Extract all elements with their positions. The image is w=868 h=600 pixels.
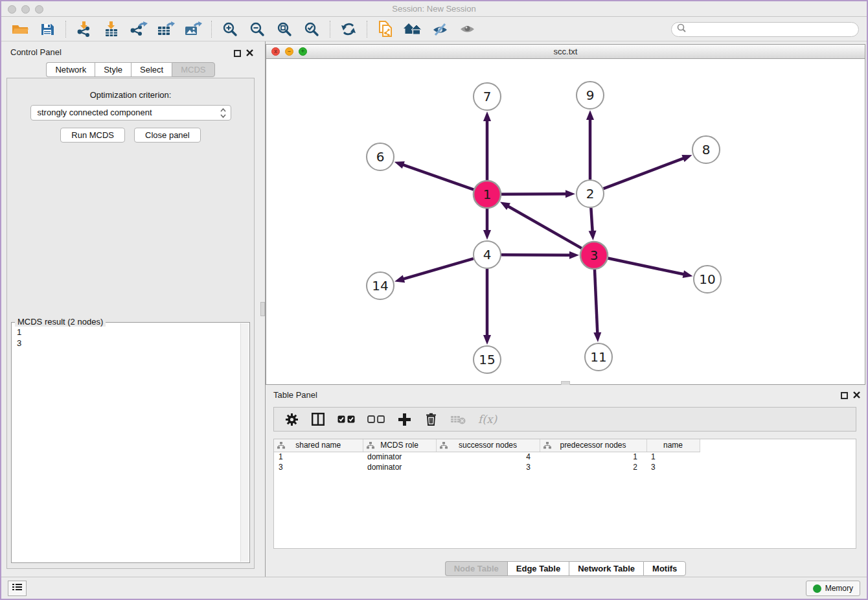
close-window-icon[interactable]	[8, 5, 16, 14]
hide-icon[interactable]	[429, 19, 451, 39]
refresh-icon[interactable]	[337, 19, 360, 39]
mcds-result-box: MCDS result (2 nodes) 1 3	[11, 322, 250, 563]
column-header-name[interactable]: name	[646, 439, 700, 452]
graph-node-8[interactable]: 8	[692, 136, 720, 163]
toolbar-separator	[65, 21, 66, 38]
tab-network[interactable]: Network	[46, 62, 95, 77]
import-table-icon[interactable]	[100, 19, 122, 39]
tab-network-table[interactable]: Network Table	[569, 561, 643, 576]
graph-edge-3-1[interactable]	[507, 206, 582, 248]
search-input[interactable]	[689, 23, 858, 36]
deselect-all-icon[interactable]	[367, 415, 385, 423]
splitter-grip[interactable]	[260, 302, 265, 316]
split-columns-icon[interactable]	[311, 413, 325, 426]
close-panel-button[interactable]: Close panel	[134, 128, 201, 143]
table-panel-title: Table Panel	[273, 390, 317, 400]
edge-arrowhead	[500, 202, 510, 210]
tab-select[interactable]: Select	[131, 62, 172, 77]
graph-node-3[interactable]: 3	[580, 242, 608, 269]
graph-edge-3-10[interactable]	[608, 259, 685, 275]
minimize-window-icon[interactable]	[21, 5, 30, 14]
graph-node-15[interactable]: 15	[474, 346, 501, 373]
export-image-icon[interactable]	[182, 19, 204, 39]
graph-node-6[interactable]: 6	[367, 143, 394, 170]
zoom-fit-icon[interactable]	[273, 19, 295, 39]
graph-edge-3-11[interactable]	[595, 270, 597, 334]
table-row[interactable]: 1dominator411	[274, 452, 856, 462]
graph-edge-2-3[interactable]	[591, 208, 592, 232]
memory-button[interactable]: Memory	[806, 581, 860, 596]
network-window-titlebar[interactable]: x – + scc.txt	[266, 45, 865, 59]
graph-node-2[interactable]: 2	[577, 180, 604, 207]
tab-style[interactable]: Style	[95, 62, 131, 77]
search-field[interactable]	[671, 22, 859, 37]
save-icon[interactable]	[36, 19, 58, 39]
node-table[interactable]: shared nameMCDS rolesuccessor nodesprede…	[273, 439, 856, 549]
graph-edge-1-2[interactable]	[501, 194, 567, 194]
graph-node-9[interactable]: 9	[577, 82, 604, 109]
float-panel-icon[interactable]	[234, 50, 241, 57]
home-icon[interactable]	[402, 19, 424, 39]
network-canvas[interactable]: 1234678910111415	[266, 59, 865, 384]
graph-node-7[interactable]: 7	[474, 83, 501, 110]
window-controls[interactable]	[8, 5, 43, 14]
list-icon	[12, 583, 23, 594]
svg-text:6: 6	[376, 149, 385, 165]
delete-column-icon[interactable]	[424, 413, 438, 426]
column-header-predecessor-nodes[interactable]: predecessor nodes	[540, 439, 646, 452]
graph-edge-4-14[interactable]	[403, 259, 474, 279]
graph-edge-4-3[interactable]	[501, 255, 571, 255]
graph-node-1[interactable]: 1	[474, 181, 501, 208]
graph-node-11[interactable]: 11	[585, 343, 612, 371]
maximize-window-icon[interactable]	[35, 5, 43, 14]
minimize-view-icon[interactable]: –	[285, 47, 293, 56]
close-view-icon[interactable]: x	[271, 47, 280, 56]
svg-text:10: 10	[699, 271, 715, 287]
column-header-successor-nodes[interactable]: successor nodes	[436, 439, 540, 452]
graph-edge-1-6[interactable]	[402, 165, 474, 190]
result-scrollbar[interactable]	[240, 323, 249, 562]
vertical-splitter[interactable]	[260, 41, 266, 578]
tab-node-table[interactable]: Node Table	[445, 561, 507, 576]
add-column-icon[interactable]	[397, 413, 411, 426]
graph-node-14[interactable]: 14	[367, 272, 394, 299]
tab-edge-table[interactable]: Edge Table	[507, 561, 569, 576]
float-table-panel-icon[interactable]	[841, 392, 848, 399]
gear-icon[interactable]	[284, 413, 299, 426]
select-all-icon[interactable]	[337, 415, 355, 423]
export-network-icon[interactable]	[128, 19, 150, 39]
import-network-icon[interactable]	[73, 19, 95, 39]
close-panel-icon[interactable]	[246, 47, 253, 59]
network-file-icon[interactable]	[374, 19, 396, 39]
table-row[interactable]: 3dominator323	[274, 462, 856, 472]
task-history-button[interactable]	[8, 581, 27, 596]
show-icon[interactable]	[456, 19, 478, 39]
edge-arrowhead	[483, 230, 491, 240]
tree-icon	[367, 442, 374, 449]
tab-mcds[interactable]: MCDS	[172, 62, 214, 77]
run-mcds-button[interactable]: Run MCDS	[60, 128, 125, 143]
column-header-shared-name[interactable]: shared name	[274, 439, 363, 452]
tab-motifs[interactable]: Motifs	[643, 561, 686, 576]
graph-node-10[interactable]: 10	[694, 266, 721, 293]
graph-node-4[interactable]: 4	[474, 241, 501, 268]
edge-arrowhead	[589, 231, 597, 240]
edge-arrowhead	[569, 251, 579, 259]
toolbar-separator	[367, 21, 367, 38]
table-toolbar: f(x)	[273, 407, 856, 432]
maximize-view-icon[interactable]: +	[299, 47, 307, 56]
zoom-out-icon[interactable]	[246, 19, 268, 39]
optimization-dropdown[interactable]: strongly connected component	[30, 105, 231, 121]
network-graph[interactable]: 1234678910111415	[266, 59, 865, 385]
close-table-panel-icon[interactable]	[853, 389, 860, 401]
graph-edge-2-8[interactable]	[604, 158, 685, 189]
edge-arrowhead	[483, 335, 491, 345]
export-table-icon[interactable]	[155, 19, 177, 39]
control-panel: Control Panel NetworkStyleSelectMCDS Opt…	[1, 41, 260, 578]
zoom-in-icon[interactable]	[219, 19, 241, 39]
zoom-selected-icon[interactable]	[301, 19, 323, 39]
toolbar-separator	[330, 21, 330, 38]
mcds-panel: Optimization criterion: strongly connect…	[6, 78, 255, 569]
column-header-MCDS-role[interactable]: MCDS role	[363, 439, 436, 452]
open-folder-icon[interactable]	[9, 19, 31, 39]
